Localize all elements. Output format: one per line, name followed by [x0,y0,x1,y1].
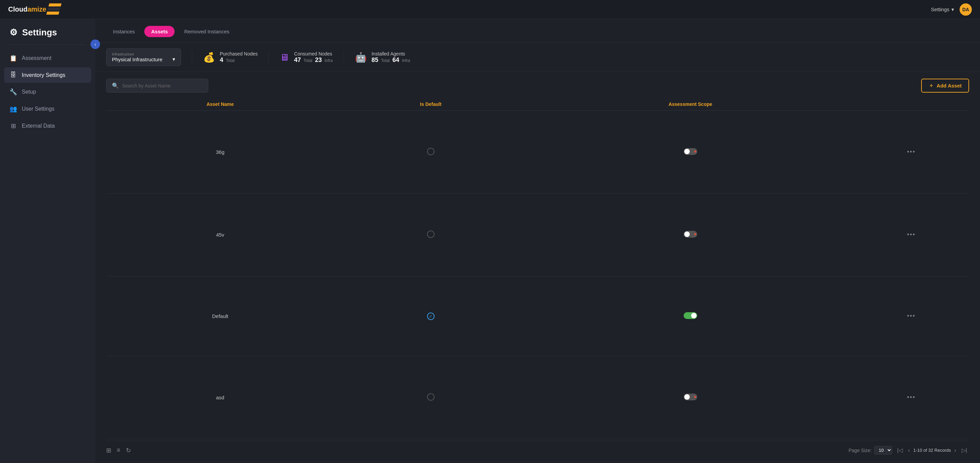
table-area: 🔍 ＋ Add Asset Asset Name Is Default Asse… [95,72,980,463]
row-menu-icon[interactable]: ••• [907,148,916,155]
cell-is-default[interactable]: ✓ [334,276,527,356]
sidebar-nav: 📋 Assessment 🗄 Inventory Settings 🔧 Setu… [0,50,95,134]
robot-icon: 🤖 [355,52,367,63]
cell-menu[interactable]: ••• [853,356,969,439]
infra-select[interactable]: Infrastructure Physical Infrastructure ▾ [106,48,181,66]
user-settings-icon: 👥 [10,105,17,113]
toggle-off[interactable] [684,394,697,400]
chevron-down-icon: ▾ [172,56,175,62]
col-asset-name: Asset Name [106,98,334,111]
logo-stripes [46,3,62,16]
col-is-default: Is Default [334,98,527,111]
toggle-on[interactable] [684,312,697,319]
sidebar-divider [10,45,86,45]
chevron-left-icon: ‹ [95,42,96,47]
cell-is-default[interactable] [334,111,527,194]
cell-scope[interactable] [527,111,853,194]
cell-menu[interactable]: ••• [853,276,969,356]
cell-scope[interactable] [527,276,853,356]
table-body: 36g ••• [106,111,969,439]
cell-asset-name: 36g [106,111,334,194]
next-page-button[interactable]: › [953,446,958,455]
stat-consumed-nodes: 🖥 Consumed Nodes 47 Total 23 Infra [269,51,343,64]
list-view-icon[interactable]: ≡ [117,447,121,454]
radio-unchecked[interactable] [427,230,434,238]
page-size-select[interactable]: 10 25 50 [874,446,892,455]
prev-page-button[interactable]: ‹ [906,446,912,455]
tabs: Instances Assets Removed Instances [95,19,980,43]
toggle-off[interactable] [684,148,697,155]
stat-installed-agents: 🤖 Installed Agents 85 Total 64 Infra [344,51,421,64]
sidebar-item-user-settings[interactable]: 👥 User Settings [4,101,91,117]
settings-icon: ⚙ [10,27,18,38]
sidebar-item-assessment[interactable]: 📋 Assessment [4,50,91,66]
money-bag-icon: 💰 [203,52,215,63]
cell-is-default[interactable] [334,193,527,276]
setup-icon: 🔧 [10,88,17,96]
table-row: 36g ••• [106,111,969,194]
radio-checked[interactable]: ✓ [427,313,434,320]
row-menu-icon[interactable]: ••• [907,394,916,401]
sidebar: ⚙ Settings ‹ 📋 Assessment 🗄 Inventory Se… [0,19,95,463]
page-size-label: Page Size: [849,448,872,453]
table-row: asd ••• [106,356,969,439]
col-assessment-scope: Assessment Scope [527,98,853,111]
settings-dropdown[interactable]: Settings ▾ [931,6,954,13]
table-view-icon[interactable]: ⊞ [106,447,111,454]
cell-is-default[interactable] [334,356,527,439]
settings-label: Settings [931,6,950,12]
inventory-icon: 🗄 [10,72,17,79]
last-page-button[interactable]: ▷| [959,445,969,455]
topnav: Cloudamize Settings ▾ DA [0,0,980,19]
cell-menu[interactable]: ••• [853,111,969,194]
sidebar-item-external-data[interactable]: ⊞ External Data [4,118,91,134]
cell-scope[interactable] [527,193,853,276]
avatar: DA [959,3,972,16]
purchased-nodes-info: Purchased Nodes 4 Total [220,51,258,64]
consumed-nodes-info: Consumed Nodes 47 Total 23 Infra [294,51,332,64]
tab-instances[interactable]: Instances [106,26,142,37]
table-header: Asset Name Is Default Assessment Scope [106,98,969,111]
records-info: 1-10 of 32 Records [913,448,951,453]
installed-agents-info: Installed Agents 85 Total 64 Infra [372,51,410,64]
pagination-nav: |◁ ‹ 1-10 of 32 Records › ▷| [895,445,969,455]
radio-unchecked[interactable] [427,393,434,401]
stat-purchased-nodes: 💰 Purchased Nodes 4 Total [192,51,269,64]
add-asset-button[interactable]: ＋ Add Asset [921,79,969,93]
data-table: Asset Name Is Default Assessment Scope 3… [106,98,969,439]
logo: Cloudamize [8,5,46,13]
pagination-right: Page Size: 10 25 50 |◁ ‹ 1-10 of 32 Reco… [849,445,969,455]
radio-unchecked[interactable] [427,148,434,155]
pagination: ⊞ ≡ ↻ Page Size: 10 25 50 |◁ ‹ 1-10 of 3… [106,441,969,456]
infra-value: Physical Infrastructure ▾ [112,56,175,62]
chevron-down-icon: ▾ [951,6,954,13]
cell-menu[interactable]: ••• [853,193,969,276]
sidebar-collapse-button[interactable]: ‹ [91,40,100,49]
monitor-icon: 🖥 [280,52,289,63]
row-menu-icon[interactable]: ••• [907,313,916,319]
search-box[interactable]: 🔍 [106,79,208,93]
logo-area: Cloudamize [8,3,60,16]
infra-label: Infrastructure [112,52,175,56]
cell-asset-name: Default [106,276,334,356]
row-menu-icon[interactable]: ••• [907,231,916,238]
search-icon: 🔍 [112,82,119,89]
sidebar-title: ⚙ Settings [0,27,95,45]
tab-removed-instances[interactable]: Removed Instances [177,26,236,37]
assessment-icon: 📋 [10,54,17,62]
external-data-icon: ⊞ [10,122,17,130]
search-input[interactable] [122,83,202,88]
sidebar-item-setup[interactable]: 🔧 Setup [4,84,91,100]
col-actions [853,98,969,111]
tab-assets[interactable]: Assets [144,26,175,37]
cell-asset-name: 45v [106,193,334,276]
table-row: Default ✓ ••• [106,276,969,356]
first-page-button[interactable]: |◁ [895,445,904,455]
cell-scope[interactable] [527,356,853,439]
table-toolbar: 🔍 ＋ Add Asset [106,79,969,93]
sidebar-item-inventory-settings[interactable]: 🗄 Inventory Settings [4,67,91,83]
refresh-icon[interactable]: ↻ [126,447,131,454]
toggle-off[interactable] [684,231,697,238]
content-area: Instances Assets Removed Instances Infra… [95,19,980,463]
topnav-right: Settings ▾ DA [931,3,972,16]
